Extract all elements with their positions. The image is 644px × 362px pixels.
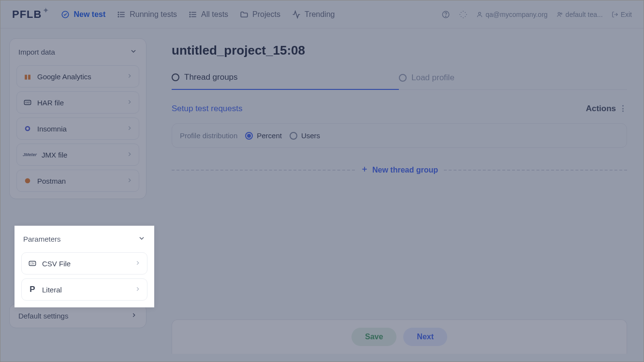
chevron-right-icon [131, 312, 137, 320]
new-thread-group-row: New thread group [172, 165, 627, 175]
more-icon: ⋮ [619, 103, 627, 114]
item-label: Literal [42, 286, 62, 294]
dist-users-label: Users [301, 131, 320, 140]
list-icon [117, 10, 126, 19]
nav-label: Projects [252, 10, 280, 19]
dist-percent-label: Percent [257, 131, 282, 140]
project-title: untitled_project_15:08 [172, 43, 627, 58]
divider-line [172, 170, 355, 171]
import-insomnia[interactable]: Insomnia [16, 117, 139, 140]
svg-point-15 [479, 12, 481, 14]
jmeter-icon: JMeter [23, 150, 37, 159]
import-data-title: Import data [18, 48, 55, 56]
dist-percent-option[interactable]: Percent [245, 131, 282, 140]
import-data-panel: Import data ▮▮ Google Analytics HAR HAR … [9, 38, 146, 199]
svg-point-11 [190, 14, 190, 15]
profile-distribution-row: Profile distribution Percent Users [172, 123, 627, 148]
svg-point-17 [560, 13, 562, 14]
folder-icon [240, 10, 249, 19]
import-postman[interactable]: Postman [16, 170, 139, 192]
main-content: untitled_project_15:08 Thread groups Loa… [155, 29, 644, 362]
import-jmx-file[interactable]: JMeter JMX file [16, 144, 139, 166]
chevron-right-icon [134, 260, 141, 268]
next-button[interactable]: Next [403, 328, 447, 346]
actions-text: Actions [586, 104, 616, 114]
nav-label: Running tests [130, 10, 177, 19]
nav-running-tests[interactable]: Running tests [117, 10, 177, 19]
csv-icon: CSV [28, 259, 37, 268]
brand-text: PFLB [12, 8, 42, 21]
team-text: default tea... [566, 11, 603, 18]
insomnia-icon [23, 124, 32, 133]
top-navigation: PFLB ✦ New test Running tests All tests … [0, 0, 644, 29]
parameters-panel: Parameters CSV CSV File P Literal [15, 226, 154, 307]
tab-label: Load profile [411, 73, 454, 83]
literal-icon: P [28, 285, 37, 294]
item-label: Insomnia [37, 125, 67, 133]
nav-new-test[interactable]: New test [61, 10, 105, 19]
actions-menu[interactable]: Actions ⋮ [586, 103, 627, 114]
radio-selected-icon [245, 132, 253, 140]
sidebar: Import data ▮▮ Google Analytics HAR HAR … [0, 29, 155, 362]
svg-point-4 [118, 12, 119, 13]
import-google-analytics[interactable]: ▮▮ Google Analytics [16, 65, 139, 87]
brand-logo: PFLB ✦ [12, 8, 49, 21]
chevron-right-icon [126, 151, 133, 159]
item-label: JMX file [42, 151, 67, 159]
nav-trending[interactable]: Trending [292, 10, 335, 19]
tabs: Thread groups Load profile [172, 72, 627, 90]
svg-point-12 [190, 16, 190, 17]
help-button[interactable] [441, 10, 450, 19]
dist-users-option[interactable]: Users [290, 131, 320, 140]
activity-icon [292, 10, 301, 19]
svg-point-10 [190, 12, 190, 13]
item-label: Google Analytics [37, 72, 91, 81]
item-label: Postman [37, 177, 66, 185]
chevron-right-icon [126, 177, 133, 185]
svg-point-14 [446, 16, 446, 16]
exit-button[interactable]: Exit [612, 11, 632, 18]
param-csv-file[interactable]: CSV CSV File [21, 252, 147, 275]
plus-icon [361, 165, 368, 175]
svg-point-16 [558, 12, 560, 14]
new-thread-group-button[interactable]: New thread group [361, 165, 438, 175]
logo-plus-icon: ✦ [43, 6, 49, 15]
parameters-header[interactable]: Parameters [21, 232, 147, 248]
nav-label: Trending [305, 10, 335, 19]
chevron-right-icon [126, 72, 133, 81]
item-label: HAR file [37, 99, 64, 107]
save-button[interactable]: Save [351, 328, 396, 346]
param-literal[interactable]: P Literal [21, 278, 147, 301]
svg-text:HAR: HAR [25, 101, 30, 104]
default-settings-label: Default settings [18, 312, 68, 320]
nav-all-tests[interactable]: All tests [189, 10, 228, 19]
setup-requests-title: Setup test requests [172, 104, 242, 114]
chevron-down-icon [130, 47, 137, 57]
radio-icon [290, 132, 297, 140]
har-icon: HAR [23, 98, 32, 107]
user-email-text: qa@mycompany.org [485, 11, 547, 18]
svg-point-5 [118, 14, 119, 15]
team-selector[interactable]: default tea... [556, 11, 603, 18]
chevron-right-icon [134, 286, 141, 294]
nav-label: All tests [201, 10, 228, 19]
tab-thread-groups[interactable]: Thread groups [172, 72, 399, 90]
nav-projects[interactable]: Projects [240, 10, 280, 19]
chevron-right-icon [126, 99, 133, 107]
svg-point-6 [118, 16, 119, 17]
postman-icon [23, 176, 32, 186]
chevron-right-icon [126, 125, 133, 133]
dist-label: Profile distribution [180, 131, 237, 140]
user-email[interactable]: qa@mycompany.org [476, 11, 547, 18]
exit-text: Exit [621, 11, 632, 18]
tab-load-profile[interactable]: Load profile [399, 72, 626, 89]
import-har-file[interactable]: HAR HAR file [16, 91, 139, 114]
bottom-action-bar: Save Next [172, 319, 627, 354]
import-data-header[interactable]: Import data [16, 45, 139, 61]
svg-text:CSV: CSV [30, 262, 34, 265]
new-thread-group-label: New thread group [372, 166, 438, 174]
check-circle-icon [61, 10, 70, 19]
tab-label: Thread groups [184, 72, 238, 82]
list-icon [189, 10, 197, 19]
tips-button[interactable] [459, 10, 468, 19]
